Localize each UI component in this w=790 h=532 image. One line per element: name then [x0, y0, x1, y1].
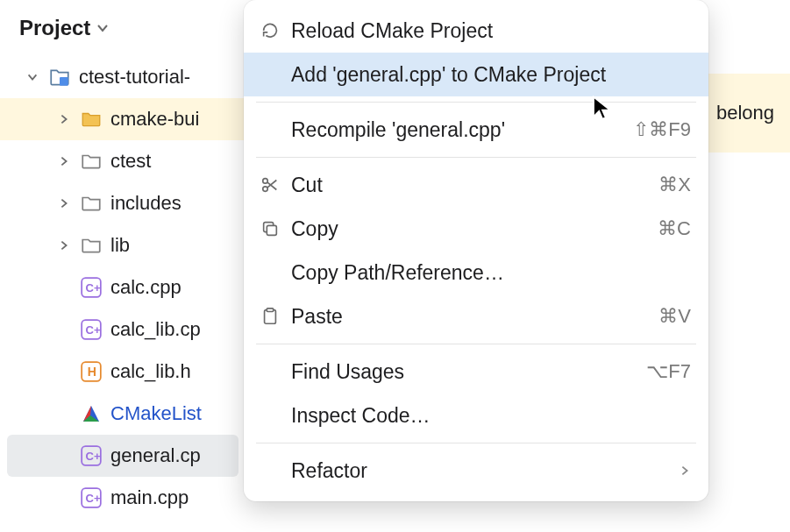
cpp-file-icon: C+: [79, 443, 103, 468]
cpp-file-icon: C+: [79, 317, 103, 342]
folder-outline-icon: [79, 149, 103, 174]
menu-item-shortcut: ⌘C: [658, 217, 691, 240]
cpp-file-icon: C+: [79, 486, 103, 510]
context-menu: Reload CMake Project Add 'general.cpp' t…: [244, 0, 708, 501]
clipboard-icon: [260, 306, 281, 327]
chevron-right-icon: [679, 465, 691, 477]
svg-rect-17: [267, 225, 276, 235]
menu-item-label: Inspect Code…: [291, 404, 691, 428]
project-panel: Project ctest-tutorial-: [0, 0, 246, 532]
svg-text:C+: C+: [86, 450, 101, 463]
chevron-down-icon[interactable]: [25, 69, 40, 85]
menu-item-recompile[interactable]: Recompile 'general.cpp' ⇧⌘F9: [244, 108, 708, 152]
svg-text:H: H: [88, 365, 96, 379]
project-panel-title: Project: [19, 16, 90, 40]
module-folder-icon: [47, 65, 72, 89]
blank-icon: [260, 405, 281, 426]
menu-item-label: Find Usages: [291, 360, 636, 384]
svg-text:C+: C+: [86, 323, 101, 337]
chevron-right-icon[interactable]: [56, 238, 72, 253]
blank-icon: [260, 119, 281, 140]
tree-item-cmake-build[interactable]: cmake-bui: [0, 98, 246, 140]
menu-item-shortcut: ⇧⌘F9: [633, 118, 691, 141]
copy-icon: [260, 218, 281, 239]
tree-item-label: includes: [110, 192, 181, 215]
tree-item-label: calc_lib.cp: [110, 318, 201, 341]
menu-item-label: Copy Path/Reference…: [291, 261, 691, 285]
menu-separator: [256, 443, 696, 443]
menu-item-label: Recompile 'general.cpp': [291, 118, 623, 142]
menu-item-shortcut: ⌘V: [658, 305, 691, 328]
project-panel-title-row[interactable]: Project: [0, 0, 246, 53]
banner-text: belong: [716, 102, 774, 124]
chevron-right-icon[interactable]: [56, 111, 72, 127]
tree-item-label: calc_lib.h: [110, 360, 191, 383]
menu-item-cut[interactable]: Cut ⌘X: [244, 163, 708, 207]
blank-icon: [260, 262, 281, 283]
blank-icon: [260, 64, 281, 85]
tree-item-calc-lib-h[interactable]: H calc_lib.h: [0, 351, 246, 393]
menu-item-label: Cut: [291, 174, 648, 197]
menu-item-add-to-cmake[interactable]: Add 'general.cpp' to CMake Project: [244, 53, 708, 96]
tree-item-label: ctest-tutorial-: [79, 66, 190, 89]
menu-item-find-usages[interactable]: Find Usages ⌥F7: [244, 350, 708, 394]
tree-item-calc-lib-cpp[interactable]: C+ calc_lib.cp: [0, 309, 246, 351]
header-file-icon: H: [79, 359, 103, 384]
chevron-down-icon: [96, 21, 110, 35]
project-tree: ctest-tutorial- cmake-bui: [0, 53, 246, 519]
tree-item-label: cmake-bui: [110, 108, 199, 131]
menu-item-paste[interactable]: Paste ⌘V: [244, 294, 708, 338]
menu-item-copy-path[interactable]: Copy Path/Reference…: [244, 251, 708, 294]
chevron-right-icon[interactable]: [56, 195, 72, 211]
scissors-icon: [260, 174, 281, 195]
tree-item-label: ctest: [110, 150, 151, 173]
svg-text:C+: C+: [86, 281, 101, 294]
tree-item-label: calc.cpp: [110, 276, 181, 299]
tree-item-root[interactable]: ctest-tutorial-: [0, 56, 246, 98]
folder-outline-icon: [79, 233, 103, 258]
cmake-file-icon: [79, 401, 103, 426]
tree-item-label: main.cpp: [110, 486, 189, 509]
tree-item-includes[interactable]: includes: [0, 182, 246, 224]
tree-item-cmakelists[interactable]: CMakeList: [0, 393, 246, 435]
menu-item-label: Copy: [291, 217, 647, 241]
menu-separator: [256, 157, 696, 158]
cpp-file-icon: C+: [79, 275, 103, 300]
svg-rect-19: [267, 309, 273, 312]
menu-item-label: Reload CMake Project: [291, 19, 691, 43]
tree-item-label: CMakeList: [110, 402, 202, 425]
menu-item-label: Paste: [291, 305, 648, 329]
blank-icon: [260, 460, 281, 481]
menu-item-reload-cmake[interactable]: Reload CMake Project: [244, 9, 708, 53]
menu-separator: [256, 102, 696, 103]
folder-outline-icon: [79, 191, 103, 216]
tree-item-general-cpp[interactable]: C+ general.cp: [7, 435, 238, 477]
menu-item-label: Refactor: [291, 459, 668, 483]
tree-item-calc-cpp[interactable]: C+ calc.cpp: [0, 266, 246, 309]
folder-icon: [79, 107, 103, 131]
tree-item-label: lib: [110, 234, 130, 257]
menu-item-copy[interactable]: Copy ⌘C: [244, 207, 708, 251]
menu-separator: [256, 344, 696, 344]
svg-text:C+: C+: [86, 492, 101, 505]
menu-item-shortcut: ⌘X: [658, 174, 691, 196]
blank-icon: [260, 361, 281, 382]
menu-item-inspect-code[interactable]: Inspect Code…: [244, 394, 708, 437]
svg-rect-0: [60, 77, 68, 86]
tree-item-lib[interactable]: lib: [0, 224, 246, 266]
menu-item-label: Add 'general.cpp' to CMake Project: [291, 63, 691, 87]
tree-item-label: general.cp: [110, 444, 201, 467]
reload-icon: [260, 20, 281, 41]
tree-item-ctest[interactable]: ctest: [0, 140, 246, 182]
tree-item-main-cpp[interactable]: C+ main.cpp: [0, 477, 246, 519]
menu-item-shortcut: ⌥F7: [646, 360, 691, 383]
menu-item-refactor[interactable]: Refactor: [244, 449, 708, 493]
chevron-right-icon[interactable]: [56, 153, 72, 169]
